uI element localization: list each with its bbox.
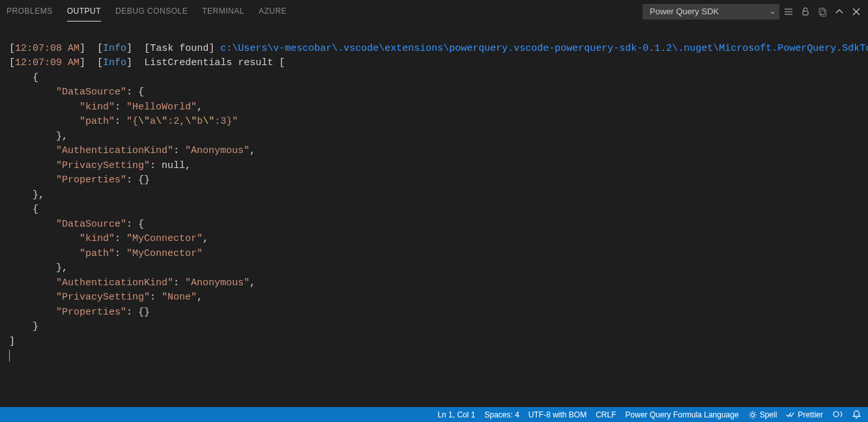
json-key: "AuthenticationKind" [56, 277, 173, 288]
output-channel-dropdown[interactable]: Power Query SDK ⌄ [643, 4, 779, 20]
tab-output[interactable]: OUTPUT [67, 1, 101, 21]
json-key: "kind" [80, 233, 115, 244]
json-value: "None" [162, 292, 197, 303]
log-timestamp: 12:07:08 AM [15, 43, 80, 54]
clear-icon[interactable] [817, 7, 828, 17]
status-eol[interactable]: CRLF [596, 410, 616, 419]
output-channel-selected[interactable]: Power Query SDK [643, 4, 779, 20]
log-task: Task found [150, 43, 209, 54]
status-language[interactable]: Power Query Formula Language [626, 410, 739, 419]
json-value: "MyConnector" [126, 233, 203, 244]
json-key: "Properties" [56, 307, 126, 318]
list-icon[interactable] [783, 7, 794, 17]
json-value: :3}" [214, 116, 238, 127]
status-prettier-label: Prettier [798, 410, 823, 419]
log-level: Info [103, 43, 126, 54]
lock-icon[interactable] [800, 7, 811, 17]
chevron-up-icon[interactable] [834, 7, 845, 17]
tab-terminal[interactable]: TERMINAL [202, 1, 244, 21]
status-spell[interactable]: Spell [748, 410, 777, 419]
svg-point-9 [833, 412, 839, 417]
json-key: "path" [80, 248, 115, 259]
json-value: b [197, 116, 203, 127]
json-key: "PrivacySetting" [56, 292, 150, 303]
log-level: Info [103, 57, 126, 68]
feedback-icon [832, 410, 843, 420]
svg-rect-4 [819, 8, 824, 14]
bell-icon [852, 410, 861, 419]
svg-rect-5 [821, 10, 826, 16]
svg-point-8 [751, 413, 754, 416]
json-value: "{ [126, 116, 138, 127]
json-value: :2, [167, 116, 185, 127]
close-icon[interactable] [851, 7, 861, 17]
json-key: "kind" [80, 102, 115, 113]
tab-problems[interactable]: PROBLEMS [7, 1, 53, 21]
tab-debug-console[interactable]: DEBUG CONSOLE [115, 1, 188, 21]
status-prettier[interactable]: Prettier [786, 410, 823, 419]
json-value: \" [138, 116, 150, 127]
double-check-icon [786, 410, 795, 419]
status-indent[interactable]: Spaces: 4 [484, 410, 519, 419]
json-value: "Anonymous" [185, 145, 250, 156]
panel-tabs: PROBLEMS OUTPUT DEBUG CONSOLE TERMINAL A… [7, 1, 287, 21]
json-value: \" [185, 116, 197, 127]
panel-header: PROBLEMS OUTPUT DEBUG CONSOLE TERMINAL A… [0, 0, 868, 23]
status-bar: Ln 1, Col 1 Spaces: 4 UTF-8 with BOM CRL… [0, 407, 868, 422]
json-value: "MyConnector" [126, 248, 203, 259]
log-message: ListCredentials result [ [144, 57, 285, 68]
json-value: a [150, 116, 156, 127]
log-path: c:\Users\v-mescobar\.vscode\extensions\p… [220, 43, 868, 54]
svg-rect-3 [803, 11, 808, 15]
json-value: "Anonymous" [185, 277, 250, 288]
json-key: "AuthenticationKind" [56, 145, 173, 156]
status-bell[interactable] [852, 410, 861, 419]
json-value: "HelloWorld" [126, 102, 197, 113]
gear-icon [748, 410, 757, 419]
json-key: "path" [80, 116, 115, 127]
log-timestamp: 12:07:09 AM [15, 57, 80, 68]
status-feedback[interactable] [832, 410, 843, 420]
output-body[interactable]: [12:07:08 AM] [Info] [Task found] c:\Use… [0, 23, 868, 422]
tab-azure[interactable]: AZURE [259, 1, 287, 21]
status-encoding[interactable]: UTF-8 with BOM [528, 410, 586, 419]
json-key: "DataSource" [56, 219, 126, 230]
text-cursor [9, 350, 10, 361]
status-spell-label: Spell [760, 410, 777, 419]
json-key: "Properties" [56, 175, 126, 186]
json-key: "DataSource" [56, 87, 126, 98]
json-value: null [162, 160, 185, 171]
json-value: \" [203, 116, 214, 127]
status-line-col[interactable]: Ln 1, Col 1 [437, 410, 475, 419]
json-key: "PrivacySetting" [56, 160, 150, 171]
json-value: \" [156, 116, 167, 127]
